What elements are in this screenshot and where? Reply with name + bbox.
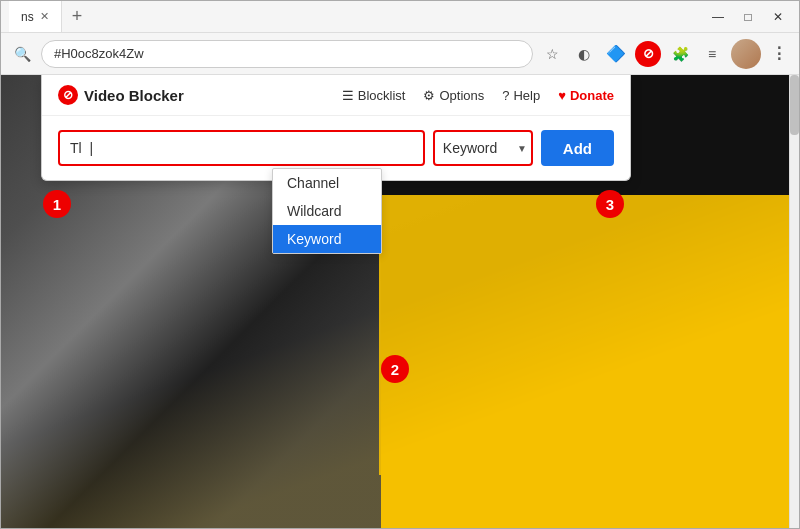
type-dropdown-menu: Channel Wildcard Keyword xyxy=(272,168,382,254)
tab-label: ns xyxy=(21,10,34,24)
annotation-3: 3 xyxy=(596,190,624,218)
dropdown-keyword[interactable]: Keyword xyxy=(273,225,381,253)
extension-body: Channel Wildcard Keyword ▼ Add Channel W… xyxy=(42,116,630,180)
more-options-icon[interactable]: ⋮ xyxy=(767,44,791,63)
block-text-input[interactable] xyxy=(58,130,425,166)
extension-icon-blue[interactable]: 🔷 xyxy=(603,41,629,67)
minimize-button[interactable]: — xyxy=(705,7,731,27)
extension-title: Video Blocker xyxy=(84,87,184,104)
extension-logo: ⊘ Video Blocker xyxy=(58,85,184,105)
nav-help[interactable]: ? Help xyxy=(502,88,540,103)
heart-icon: ♥ xyxy=(558,88,566,103)
block-input-row: Channel Wildcard Keyword ▼ Add xyxy=(58,130,614,166)
scrollbar[interactable] xyxy=(789,75,799,528)
donate-label: Donate xyxy=(570,88,614,103)
options-label: Options xyxy=(439,88,484,103)
type-select-wrapper: Channel Wildcard Keyword ▼ xyxy=(433,130,533,166)
playlist-icon[interactable]: ≡ xyxy=(699,41,725,67)
scrollbar-thumb[interactable] xyxy=(790,75,799,135)
addressbar: 🔍 ☆ ◐ 🔷 ⊘ 🧩 ≡ ⋮ xyxy=(1,33,799,75)
close-button[interactable]: ✕ xyxy=(765,7,791,27)
annotation-2: 2 xyxy=(381,355,409,383)
puzzle-icon[interactable]: 🧩 xyxy=(667,41,693,67)
blocklist-label: Blocklist xyxy=(358,88,406,103)
block-icon[interactable]: ⊘ xyxy=(635,41,661,67)
browser-window: ns ✕ + — □ ✕ 🔍 ☆ ◐ 🔷 ⊘ 🧩 ≡ ⋮ xyxy=(0,0,800,529)
dropdown-wildcard[interactable]: Wildcard xyxy=(273,197,381,225)
tab-strip: ns ✕ + xyxy=(9,1,705,32)
nav-blocklist[interactable]: ☰ Blocklist xyxy=(342,88,406,103)
titlebar: ns ✕ + — □ ✕ xyxy=(1,1,799,33)
logo-icon: ⊘ xyxy=(58,85,78,105)
address-input[interactable] xyxy=(41,40,533,68)
active-tab[interactable]: ns ✕ xyxy=(9,1,62,32)
window-controls: — □ ✕ xyxy=(705,7,791,27)
new-tab-button[interactable]: + xyxy=(62,6,93,27)
dropdown-channel[interactable]: Channel xyxy=(273,169,381,197)
extension-popup: ⊘ Video Blocker ☰ Blocklist ⚙ Options ? … xyxy=(41,75,631,181)
bg-overlay-right xyxy=(379,195,799,475)
type-select[interactable]: Channel Wildcard Keyword xyxy=(433,130,533,166)
nav-options[interactable]: ⚙ Options xyxy=(423,88,484,103)
add-button[interactable]: Add xyxy=(541,130,614,166)
help-label: Help xyxy=(513,88,540,103)
blocklist-icon: ☰ xyxy=(342,88,354,103)
bookmark-icon[interactable]: ☆ xyxy=(539,41,565,67)
options-icon: ⚙ xyxy=(423,88,435,103)
theme-icon[interactable]: ◐ xyxy=(571,41,597,67)
search-icon[interactable]: 🔍 xyxy=(9,41,35,67)
maximize-button[interactable]: □ xyxy=(735,7,761,27)
help-icon: ? xyxy=(502,88,509,103)
browser-content: ⊘ Video Blocker ☰ Blocklist ⚙ Options ? … xyxy=(1,75,799,528)
extension-nav: ☰ Blocklist ⚙ Options ? Help ♥ Donate xyxy=(342,88,614,103)
nav-donate[interactable]: ♥ Donate xyxy=(558,88,614,103)
avatar[interactable] xyxy=(731,39,761,69)
annotation-1: 1 xyxy=(43,190,71,218)
extension-header: ⊘ Video Blocker ☰ Blocklist ⚙ Options ? … xyxy=(42,75,630,116)
tab-close-icon[interactable]: ✕ xyxy=(40,10,49,23)
